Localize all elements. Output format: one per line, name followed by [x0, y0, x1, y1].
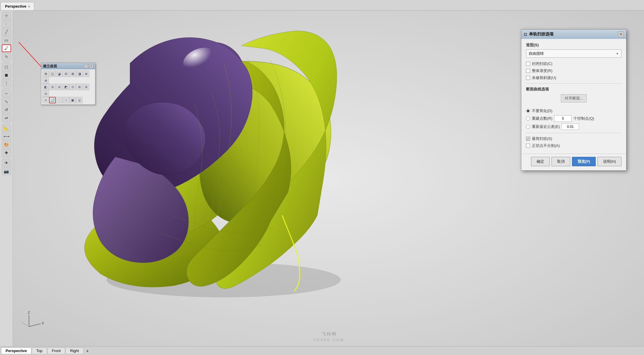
floating-panel-content: ⊞ ◫ ◪ ⊟ ⊠ ◨ ⊕ ⊗ ◧ ⊖ ⊘ ◩ ⊙ ⊛ ⊜ ⊝ ⋄ 🔄	[41, 69, 95, 104]
status-tab-front[interactable]: Front	[47, 348, 65, 354]
panel-icon-20[interactable]: ▣	[69, 97, 76, 103]
btn-preview[interactable]: 预览(P)	[572, 157, 596, 166]
radio-row-no-simplify: 不要简化(D)	[526, 108, 621, 114]
panel-icon-11[interactable]: ◩	[63, 84, 69, 90]
status-tab-perspective[interactable]: Perspective	[1, 348, 31, 354]
checkbox-global-blend[interactable]	[526, 69, 530, 73]
panel-icon-1[interactable]: ◫	[49, 71, 56, 77]
panel-icon-8[interactable]: ◧	[42, 84, 49, 90]
toolbar-btn-select[interactable]: ⊹	[2, 12, 11, 19]
toolbar-btn-rect[interactable]: ▭	[2, 36, 11, 44]
left-toolbar: ⊹ · ╱ ▭ 🖊 ∿ ◻ ◼ ⋮ ↔ ⤡ ↺ ⇌ 📐 ⟷ 🎨 ✚ 👁 📷	[0, 11, 13, 346]
panel-icon-row-2: ◧ ⊖ ⊘ ◩ ⊙ ⊛ ⊜ ⊝	[42, 84, 94, 97]
panel-icon-6[interactable]: ⊕	[83, 71, 89, 77]
panel-icon-17-sweep[interactable]: 🔄	[49, 97, 56, 103]
shape-dropdown[interactable]: 自由扭转 ▼	[526, 49, 621, 58]
toolbar-btn-solid[interactable]: ◼	[2, 71, 11, 79]
panel-icon-row-3: ⋄ 🔄 ⋅ ⋆ ▣ ⊋	[42, 97, 94, 103]
radio-label-no-simplify: 不要简化(D)	[532, 108, 552, 114]
dialog-title-text: 单轨扫掠选项	[529, 32, 554, 37]
panel-icon-4[interactable]: ⊠	[69, 71, 76, 77]
svg-text:z: z	[28, 310, 30, 315]
toolbar-btn-rotate[interactable]: ↺	[2, 106, 11, 114]
panel-ctrl-close[interactable]: ×	[89, 64, 93, 68]
section-curves-header: 断面曲线选项	[526, 87, 621, 92]
checkbox-close-sweep[interactable]	[526, 62, 530, 66]
dialog-titlebar[interactable]: ⊡ 单轨扫掠选项 ×	[521, 30, 626, 39]
separator-2	[2, 88, 11, 88]
checkbox-row-simple-sweep: ✓ 最简扫掠(S)	[526, 136, 621, 141]
toolbar-btn-snap[interactable]: ✚	[2, 149, 11, 157]
dropdown-arrow-icon: ▼	[616, 52, 619, 55]
checkbox-row-global-blend: 整体渐变(R)	[526, 68, 621, 73]
panel-icon-16[interactable]: ⋄	[42, 97, 49, 103]
svg-text:FEVRE.COM: FEVRE.COM	[314, 338, 344, 342]
btn-cancel[interactable]: 取消	[551, 157, 570, 166]
panel-icon-12[interactable]: ⊙	[69, 84, 76, 90]
checkbox-row-no-trim: 未修剪斜接(U)	[526, 75, 621, 80]
panel-icon-3[interactable]: ⊟	[63, 71, 69, 77]
toolbar-btn-arc[interactable]: ∿	[2, 53, 11, 60]
toolbar-btn-view[interactable]: 👁	[2, 159, 11, 167]
panel-icon-2[interactable]: ◪	[56, 71, 62, 77]
checkbox-label-simple-sweep: 最简扫掠(S)	[532, 136, 552, 141]
panel-icon-9[interactable]: ⊖	[49, 84, 56, 90]
panel-icon-21[interactable]: ⊋	[76, 97, 83, 103]
panel-header-controls: ⋯ ×	[84, 64, 93, 68]
panel-icon-10[interactable]: ⊘	[56, 84, 62, 90]
panel-icon-0[interactable]: ⊞	[42, 71, 49, 77]
status-tab-right[interactable]: Right	[66, 348, 83, 354]
align-btn[interactable]: 对齐断面...	[561, 94, 587, 102]
radio-label-rebuild-pts: 重建点数(R)	[532, 116, 552, 121]
radio-rebuild-pts[interactable]	[526, 116, 530, 121]
toolbar-btn-surface[interactable]: ◻	[2, 63, 11, 71]
refit-tol-input[interactable]: 0.01	[561, 124, 579, 130]
panel-icon-19[interactable]: ⋆	[63, 97, 69, 103]
panel-icon-14[interactable]: ⊜	[83, 84, 89, 90]
btn-ok[interactable]: 确定	[531, 157, 550, 166]
panel-icon-15[interactable]: ⊝	[42, 90, 49, 97]
rebuild-suffix: 个控制点(Q)	[573, 116, 594, 121]
toolbar-btn-line[interactable]: ╱	[2, 28, 11, 36]
checkbox-simple-sweep[interactable]: ✓	[526, 137, 530, 141]
checkbox-label-close-sweep: 封闭扫掠(C)	[532, 61, 552, 66]
tab-perspective[interactable]: Perspective ×	[1, 2, 34, 10]
status-tab-add[interactable]: +	[84, 348, 91, 354]
panel-icon-18[interactable]: ⋅	[56, 97, 62, 103]
panel-icon-13[interactable]: ⊛	[76, 84, 83, 90]
status-tab-top[interactable]: Top	[32, 348, 47, 354]
toolbar-btn-camera[interactable]: 📷	[2, 167, 11, 175]
toolbar-btn-render[interactable]: 🎨	[2, 141, 11, 148]
separator-1	[2, 61, 11, 62]
panel-icon-7[interactable]: ⊗	[42, 77, 49, 84]
btn-help[interactable]: 说明(H)	[597, 157, 621, 166]
toolbar-btn-scale[interactable]: ⤡	[2, 98, 11, 105]
tab-close-btn[interactable]: ×	[28, 5, 30, 8]
toolbar-btn-analyze[interactable]: 📐	[2, 124, 11, 132]
divider-2	[526, 133, 621, 133]
panel-icon-5[interactable]: ◨	[76, 71, 83, 77]
toolbar-btn-curve[interactable]: 🖊	[2, 44, 11, 52]
toolbar-btn-dimension[interactable]: ⟷	[2, 133, 11, 140]
toolbar-btn-transform[interactable]: ↔	[2, 90, 11, 97]
floating-panel-surfaces: 建立曲面 ⋯ × ⊞ ◫ ◪ ⊟ ⊠ ◨ ⊕ ⊗ ◧ ⊖ ⊘ ◩ ⊙	[41, 63, 95, 105]
checkbox-no-trim[interactable]	[526, 76, 530, 80]
separator-4	[2, 158, 11, 158]
panel-icon-row-1: ⊞ ◫ ◪ ⊟ ⊠ ◨ ⊕ ⊗	[42, 71, 94, 84]
radio-row-refit-tol: 重新逼近公差(E) 0.01	[526, 124, 621, 130]
dialog-footer: 确定 取消 预览(P) 说明(H)	[521, 154, 626, 170]
panel-ctrl-options[interactable]: ⋯	[84, 64, 88, 68]
checkbox-row-close-sweep: 封闭扫掠(C)	[526, 61, 621, 66]
checkbox-label-no-divide: 正切点不分割(A)	[532, 143, 560, 148]
checkbox-no-divide[interactable]	[526, 144, 530, 148]
toolbar-btn-mirror[interactable]: ⇌	[2, 114, 11, 122]
toolbar-btn-mesh[interactable]: ⋮	[2, 79, 11, 87]
svg-text:x: x	[42, 320, 44, 325]
floating-panel-header[interactable]: 建立曲面 ⋯ ×	[41, 63, 95, 69]
toolbar-btn-point[interactable]: ·	[2, 20, 11, 28]
radio-refit-tol[interactable]	[526, 125, 530, 129]
dialog-close-btn[interactable]: ×	[618, 31, 624, 37]
radio-no-simplify[interactable]	[526, 109, 530, 113]
rebuild-pts-input[interactable]: 5	[554, 115, 572, 122]
tab-perspective-label: Perspective	[5, 4, 26, 8]
